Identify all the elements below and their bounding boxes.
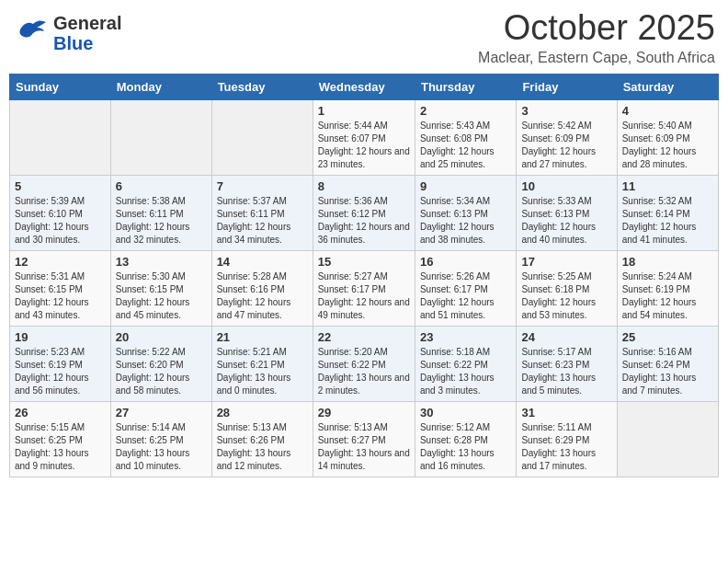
day-number: 30 [420, 406, 511, 419]
calendar-cell [10, 99, 111, 175]
title-area: October 2025 Maclear, Eastern Cape, Sout… [478, 9, 715, 66]
calendar-cell: 12Sunrise: 5:31 AM Sunset: 6:15 PM Dayli… [10, 250, 111, 326]
day-number: 4 [622, 104, 713, 118]
weekday-header-monday: Monday [110, 74, 211, 99]
calendar-cell: 31Sunrise: 5:11 AM Sunset: 6:29 PM Dayli… [517, 401, 617, 477]
weekday-header-saturday: Saturday [617, 74, 718, 99]
calendar-cell: 22Sunrise: 5:20 AM Sunset: 6:22 PM Dayli… [313, 326, 415, 401]
weekday-header-thursday: Thursday [415, 74, 516, 99]
day-info: Sunrise: 5:27 AM Sunset: 6:17 PM Dayligh… [318, 270, 410, 322]
calendar-cell: 6Sunrise: 5:38 AM Sunset: 6:11 PM Daylig… [110, 175, 211, 250]
calendar-cell: 29Sunrise: 5:13 AM Sunset: 6:27 PM Dayli… [313, 401, 415, 477]
day-info: Sunrise: 5:30 AM Sunset: 6:15 PM Dayligh… [116, 270, 207, 322]
day-info: Sunrise: 5:26 AM Sunset: 6:17 PM Dayligh… [420, 270, 511, 322]
calendar-cell: 5Sunrise: 5:39 AM Sunset: 6:10 PM Daylig… [10, 175, 111, 250]
day-info: Sunrise: 5:39 AM Sunset: 6:10 PM Dayligh… [15, 195, 106, 247]
day-info: Sunrise: 5:12 AM Sunset: 6:28 PM Dayligh… [420, 421, 511, 473]
calendar-cell: 20Sunrise: 5:22 AM Sunset: 6:20 PM Dayli… [110, 326, 211, 401]
weekday-header-sunday: Sunday [10, 74, 111, 99]
day-number: 3 [521, 104, 611, 118]
calendar-cell: 16Sunrise: 5:26 AM Sunset: 6:17 PM Dayli… [415, 250, 516, 326]
logo-text-area: General Blue [53, 13, 121, 53]
calendar-week-row-4: 19Sunrise: 5:23 AM Sunset: 6:19 PM Dayli… [10, 326, 719, 401]
calendar-cell: 30Sunrise: 5:12 AM Sunset: 6:28 PM Dayli… [415, 401, 516, 477]
calendar-week-row-2: 5Sunrise: 5:39 AM Sunset: 6:10 PM Daylig… [10, 175, 719, 250]
day-info: Sunrise: 5:22 AM Sunset: 6:20 PM Dayligh… [116, 346, 207, 397]
day-number: 19 [15, 330, 106, 344]
calendar-cell: 9Sunrise: 5:34 AM Sunset: 6:13 PM Daylig… [415, 175, 516, 250]
day-info: Sunrise: 5:23 AM Sunset: 6:19 PM Dayligh… [15, 346, 106, 397]
day-number: 8 [318, 179, 410, 193]
calendar-cell [617, 401, 718, 477]
day-info: Sunrise: 5:21 AM Sunset: 6:21 PM Dayligh… [217, 346, 308, 397]
day-number: 10 [521, 179, 611, 193]
day-number: 26 [15, 406, 106, 419]
calendar-cell: 7Sunrise: 5:37 AM Sunset: 6:11 PM Daylig… [211, 175, 313, 250]
calendar-cell [211, 99, 313, 175]
calendar-cell [110, 99, 211, 175]
day-info: Sunrise: 5:44 AM Sunset: 6:07 PM Dayligh… [318, 120, 410, 171]
day-number: 17 [521, 255, 611, 269]
day-number: 7 [217, 179, 308, 193]
day-info: Sunrise: 5:33 AM Sunset: 6:13 PM Dayligh… [521, 195, 611, 247]
calendar-cell: 14Sunrise: 5:28 AM Sunset: 6:16 PM Dayli… [211, 250, 313, 326]
day-number: 18 [622, 255, 713, 269]
logo: General Blue [13, 9, 121, 53]
day-info: Sunrise: 5:42 AM Sunset: 6:09 PM Dayligh… [521, 120, 611, 171]
calendar-cell: 4Sunrise: 5:40 AM Sunset: 6:09 PM Daylig… [617, 99, 718, 175]
day-info: Sunrise: 5:40 AM Sunset: 6:09 PM Dayligh… [622, 120, 713, 171]
calendar-cell: 17Sunrise: 5:25 AM Sunset: 6:18 PM Dayli… [517, 250, 617, 326]
logo-icon [13, 13, 50, 50]
day-number: 15 [318, 255, 410, 269]
calendar-cell: 10Sunrise: 5:33 AM Sunset: 6:13 PM Dayli… [517, 175, 617, 250]
calendar-cell: 8Sunrise: 5:36 AM Sunset: 6:12 PM Daylig… [313, 175, 415, 250]
day-info: Sunrise: 5:31 AM Sunset: 6:15 PM Dayligh… [15, 270, 106, 322]
weekday-header-tuesday: Tuesday [211, 74, 313, 99]
day-info: Sunrise: 5:17 AM Sunset: 6:23 PM Dayligh… [521, 346, 611, 397]
day-number: 9 [420, 179, 511, 193]
day-number: 12 [15, 255, 106, 269]
logo-general: General [53, 13, 121, 33]
day-info: Sunrise: 5:14 AM Sunset: 6:25 PM Dayligh… [116, 421, 207, 473]
day-info: Sunrise: 5:34 AM Sunset: 6:13 PM Dayligh… [420, 195, 511, 247]
weekday-header-friday: Friday [517, 74, 617, 99]
day-number: 16 [420, 255, 511, 269]
day-info: Sunrise: 5:36 AM Sunset: 6:12 PM Dayligh… [318, 195, 410, 247]
weekday-header-wednesday: Wednesday [313, 74, 415, 99]
calendar-cell: 26Sunrise: 5:15 AM Sunset: 6:25 PM Dayli… [10, 401, 111, 477]
calendar-cell: 11Sunrise: 5:32 AM Sunset: 6:14 PM Dayli… [617, 175, 718, 250]
calendar-cell: 19Sunrise: 5:23 AM Sunset: 6:19 PM Dayli… [10, 326, 111, 401]
logo-blue: Blue [53, 33, 93, 53]
day-info: Sunrise: 5:25 AM Sunset: 6:18 PM Dayligh… [521, 270, 611, 322]
calendar-cell: 27Sunrise: 5:14 AM Sunset: 6:25 PM Dayli… [110, 401, 211, 477]
day-number: 24 [521, 330, 611, 344]
calendar-cell: 18Sunrise: 5:24 AM Sunset: 6:19 PM Dayli… [617, 250, 718, 326]
calendar-cell: 2Sunrise: 5:43 AM Sunset: 6:08 PM Daylig… [415, 99, 516, 175]
page-header: General Blue October 2025 Maclear, Easte… [9, 9, 719, 66]
calendar-cell: 13Sunrise: 5:30 AM Sunset: 6:15 PM Dayli… [110, 250, 211, 326]
day-info: Sunrise: 5:43 AM Sunset: 6:08 PM Dayligh… [420, 120, 511, 171]
location-title: Maclear, Eastern Cape, South Africa [478, 50, 715, 66]
month-title: October 2025 [478, 9, 715, 48]
day-number: 14 [217, 255, 308, 269]
calendar-cell: 23Sunrise: 5:18 AM Sunset: 6:22 PM Dayli… [415, 326, 516, 401]
day-number: 29 [318, 406, 410, 419]
day-info: Sunrise: 5:18 AM Sunset: 6:22 PM Dayligh… [420, 346, 511, 397]
calendar-cell: 24Sunrise: 5:17 AM Sunset: 6:23 PM Dayli… [517, 326, 617, 401]
day-info: Sunrise: 5:28 AM Sunset: 6:16 PM Dayligh… [217, 270, 308, 322]
day-number: 11 [622, 179, 713, 193]
calendar-week-row-5: 26Sunrise: 5:15 AM Sunset: 6:25 PM Dayli… [10, 401, 719, 477]
day-info: Sunrise: 5:13 AM Sunset: 6:27 PM Dayligh… [318, 421, 410, 473]
day-number: 20 [116, 330, 207, 344]
day-number: 22 [318, 330, 410, 344]
calendar-week-row-3: 12Sunrise: 5:31 AM Sunset: 6:15 PM Dayli… [10, 250, 719, 326]
day-number: 1 [318, 104, 410, 118]
day-number: 6 [116, 179, 207, 193]
calendar-cell: 28Sunrise: 5:13 AM Sunset: 6:26 PM Dayli… [211, 401, 313, 477]
calendar-cell: 15Sunrise: 5:27 AM Sunset: 6:17 PM Dayli… [313, 250, 415, 326]
day-number: 31 [521, 406, 611, 419]
calendar-header-row: SundayMondayTuesdayWednesdayThursdayFrid… [10, 74, 719, 99]
day-number: 2 [420, 104, 511, 118]
day-number: 27 [116, 406, 207, 419]
day-info: Sunrise: 5:32 AM Sunset: 6:14 PM Dayligh… [622, 195, 713, 247]
